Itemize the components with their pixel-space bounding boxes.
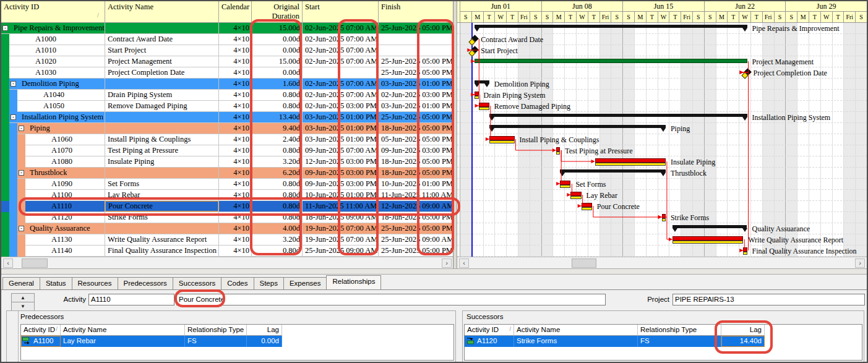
duration-cell[interactable]: 1.60d [252,79,300,89]
calendar-cell[interactable]: 4×10 [219,35,249,45]
activity-name-cell[interactable]: Pour Concrete [105,201,218,211]
timescale-day[interactable]: S [611,12,622,23]
activity-id-cell[interactable]: A1030 [35,68,56,78]
calendar-cell[interactable]: 4×10 [219,68,249,78]
timescale-day[interactable]: T [588,12,599,23]
timescale-day[interactable]: T [750,12,762,23]
table-row[interactable]: -Quality Assuarance4×104.00d19-Jun-2025 … [1,223,453,234]
table-row[interactable]: A1120Strike Forms4×100.80d18-Jun-2025 09… [1,212,453,223]
duration-cell[interactable]: 0.80d [252,90,300,100]
duration-cell[interactable]: 3.20d [252,235,300,245]
calendar-cell[interactable]: 4×10 [219,124,249,134]
rel-col-header[interactable]: Relationship Type [638,325,721,336]
calendar-cell[interactable]: 4×10 [219,79,249,89]
finish-cell[interactable]: 02-Jun-2025 03:00 PM [381,90,452,100]
relationship-row[interactable]: A1100Lay RebarFS0.00d [21,336,282,347]
rel-activity-name[interactable]: Lay Rebar [61,336,185,347]
timescale-day[interactable]: T [646,12,658,23]
activity-id-cell[interactable]: A1140 [51,246,72,256]
gantt-timescale[interactable]: Jun 01Jun 08Jun 15Jun 22Jun 29SMTWTFriSS… [457,1,867,23]
table-row[interactable]: A1090Set Forms4×100.80d09-Jun-2025 03:00… [1,179,453,190]
table-row[interactable]: -Demolition Piping4×101.60d02-Jun-2025 0… [1,79,453,90]
tab-codes[interactable]: Codes [221,277,254,289]
timescale-day[interactable]: T [727,12,739,23]
table-row[interactable]: A1080Insulate Piping4×103.20d12-Jun-2025… [1,156,453,168]
timescale-day[interactable]: S [460,12,471,23]
timescale-week[interactable]: Jun 01 [460,1,541,12]
rel-col-header[interactable]: Relationship Type [185,325,247,336]
activity-id-field[interactable]: A1110 [88,294,174,305]
timescale-day[interactable]: Fri [843,12,855,23]
rel-col-header[interactable]: Activity Name [61,325,185,336]
rel-activity-id[interactable]: A1100 [21,336,61,347]
gantt-scroll-left-arrow[interactable]: ‹ [459,258,469,268]
scroll-left-arrow[interactable]: ‹ [3,258,13,268]
table-row[interactable]: A1000Contract Award Date4×100.00d02-Jun-… [1,34,453,45]
finish-cell[interactable]: 25-Jun-2025 05:00 PM [381,246,452,256]
timescale-day[interactable]: T [506,12,518,23]
tab-steps[interactable]: Steps [254,277,284,289]
table-row[interactable]: -Piping4×109.40d03-Jun-2025 01:00 PM18-J… [1,123,453,134]
duration-cell[interactable]: 13.40d [252,113,300,122]
calendar-cell[interactable]: 4×10 [219,157,249,167]
calendar-cell[interactable]: 4×10 [219,190,249,200]
table-row[interactable]: -Thrustblock4×106.20d09-Jun-2025 03:00 P… [1,168,453,179]
finish-cell[interactable]: 10-Jun-2025 01:00 PM [381,179,452,189]
timescale-day[interactable]: S [774,12,786,23]
tab-general[interactable]: General [2,277,40,289]
duration-cell[interactable]: 0.00d [252,35,300,45]
col-header-original-duration[interactable]: Original Duration [252,1,303,23]
timescale-week[interactable]: Jun 15 [622,1,704,12]
activity-id-cell[interactable]: A1020 [35,57,56,67]
activity-id-cell[interactable]: A1040 [43,90,64,100]
tab-expenses[interactable]: Expenses [283,277,327,289]
finish-cell[interactable]: 25-Jun-2025 05:00 PM [381,68,452,78]
start-cell[interactable]: 09-Jun-2025 03:00 PM [305,179,378,189]
table-row[interactable]: -Pipe Repairs & Improvement4×1015.00d02-… [1,23,453,34]
activity-id-cell[interactable]: A1130 [51,235,72,245]
timescale-day[interactable]: W [576,12,588,23]
rel-lag[interactable]: 14.40d [721,336,765,347]
timescale-day[interactable]: M [552,12,564,23]
timescale-day[interactable]: M [471,12,483,23]
calendar-cell[interactable]: 4×10 [219,57,249,67]
timescale-day[interactable]: S [785,12,797,23]
timescale-week[interactable]: Jun 08 [541,1,623,12]
activity-name-cell[interactable]: Start Project [108,46,217,56]
calendar-cell[interactable]: 4×10 [219,213,249,223]
finish-cell[interactable]: 09-Jun-2025 03:00 PM [381,146,452,156]
table-row[interactable]: A1050Remove Damaged Piping4×100.80d02-Ju… [1,101,453,112]
collapse-button[interactable]: - [19,170,24,176]
tab-resources[interactable]: Resources [72,277,118,289]
activity-name-field[interactable]: Pour Concrete [176,294,606,305]
start-cell[interactable]: 12-Jun-2025 03:00 PM [305,157,378,167]
activity-name-cell[interactable]: Remove Damaged Piping [108,101,217,111]
start-cell[interactable] [305,68,378,78]
table-row[interactable]: A1130Write Quality Assurance Report4×103… [1,234,453,246]
finish-cell[interactable]: 25-Jun-2025 05:00 PM [381,224,452,234]
start-cell[interactable]: 10-Jun-2025 01:00 PM [305,190,378,200]
timescale-day[interactable]: T [483,12,495,23]
activity-name-cell[interactable]: Lay Rebar [108,190,217,200]
start-cell[interactable]: 09-Jun-2025 07:00 AM [305,146,378,156]
duration-cell[interactable]: 9.40d [252,124,300,134]
timescale-day[interactable]: Fri [518,12,530,23]
activity-id-cell[interactable]: A1100 [51,190,72,200]
finish-cell[interactable]: 25-Jun-2025 05:00 PM [381,57,452,67]
activity-name-cell[interactable]: Project Management [108,57,217,67]
start-cell[interactable]: 03-Jun-2025 01:00 PM [305,113,378,122]
table-row[interactable]: A1070Test Piping at Pressure4×100.80d09-… [1,145,453,156]
timescale-day[interactable]: T [669,12,681,23]
col-header-finish[interactable]: Finish [379,1,453,23]
calendar-cell[interactable]: 4×10 [219,135,249,145]
timescale-day[interactable]: S [692,12,704,23]
duration-cell[interactable]: 0.80d [252,179,300,189]
gantt-scroll-thumb[interactable] [572,258,596,268]
timescale-day[interactable]: Fri [762,12,774,23]
rel-activity-name[interactable]: Strike Forms [514,336,638,347]
activity-id-cell[interactable]: A1090 [51,179,72,189]
start-cell[interactable]: 02-Jun-2025 07:00 AM [305,35,378,45]
finish-cell[interactable]: 11-Jun-2025 11:00 AM [381,190,452,200]
col-header-calendar[interactable]: Calendar [219,1,252,23]
table-row[interactable]: A1010Start Project4×100.00d02-Jun-2025 0… [1,45,453,56]
